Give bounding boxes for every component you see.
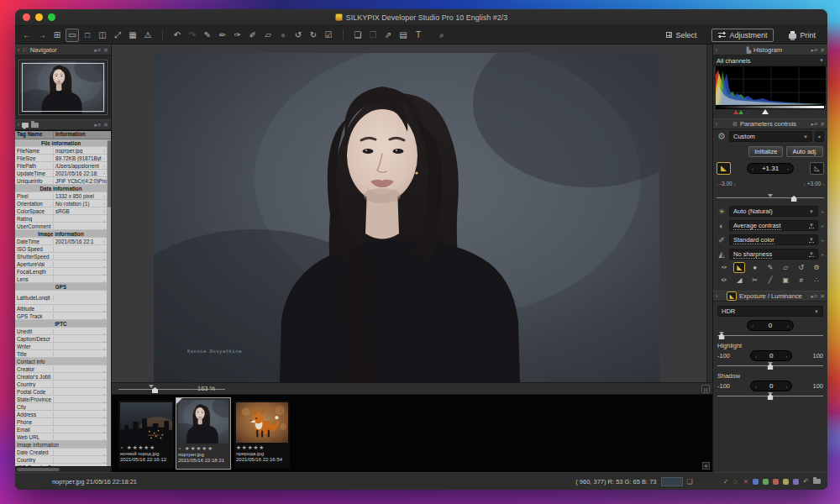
exif-row[interactable]: UpdateTime2021/05/16 22:18:	[15, 170, 107, 177]
pen-adjust-icon[interactable]: ✎	[764, 262, 776, 273]
text-tool-icon[interactable]: T	[412, 29, 425, 42]
decrease-icon[interactable]: ‹	[752, 166, 753, 171]
brush-tool-icon[interactable]: ✏	[718, 275, 730, 286]
exif-row[interactable]: Writer	[15, 343, 107, 350]
multi-preview-icon[interactable]: ▦	[126, 29, 139, 42]
filmstrip-item[interactable]: ★★★★★ природа.jpg 2021/05/16 22:16:54	[234, 401, 290, 468]
preset-dropdown[interactable]: Custom▼	[729, 131, 812, 142]
exif-row[interactable]: Country	[15, 456, 107, 464]
adjustment-mode-button[interactable]: Adjustment	[711, 29, 774, 42]
panel-dock-icon[interactable]: ▸≡	[811, 121, 818, 128]
exif-scrollbar[interactable]	[107, 139, 111, 466]
zoom-decrease-icon[interactable]: ‹	[192, 386, 194, 391]
hdr-value-stepper[interactable]: ‹ 0 ›	[747, 320, 794, 331]
rating-stars[interactable]: ∘ ★★★★★	[178, 445, 228, 452]
zoom-button[interactable]	[48, 13, 55, 21]
white-balance-dropdown[interactable]: Auto (Natural)▼	[729, 206, 818, 217]
main-photo[interactable]: Ksenia Devyatkina	[154, 53, 659, 382]
decrease-icon[interactable]: ‹	[755, 354, 757, 359]
exposure-auto-icon[interactable]: ◺	[810, 162, 824, 175]
decrease-icon[interactable]: ‹	[752, 323, 753, 328]
exposure-bias-icon[interactable]: ◣	[717, 162, 731, 175]
panel-close-icon[interactable]: ✕	[103, 122, 108, 129]
filmstrip-item-selected[interactable]: ∘ ★★★★★ портрет.jpg 2021/05/16 22:18:21	[176, 397, 231, 470]
minimize-button[interactable]	[35, 13, 43, 21]
sharpness-dropdown[interactable]: No sharpness▼	[729, 249, 818, 260]
thumbnail-portrait[interactable]	[178, 400, 228, 444]
exposure-max[interactable]: ‹+3.00›	[804, 181, 824, 186]
exif-row[interactable]: OrientationNo rotation (1)	[15, 200, 107, 207]
exif-row[interactable]: ISO Speed	[15, 245, 107, 253]
print-mode-button[interactable]: Print	[782, 29, 822, 42]
marker-white[interactable]	[762, 109, 769, 114]
panel-dock-icon[interactable]: ▸≡	[95, 47, 102, 54]
increase-icon[interactable]: ›	[785, 384, 787, 389]
decrease-icon[interactable]: ‹	[755, 384, 757, 389]
folder-icon[interactable]	[31, 123, 39, 128]
revert-icon[interactable]: ↶	[803, 478, 809, 486]
exif-row[interactable]: Caption/Descr	[15, 335, 107, 343]
exif-row[interactable]: Pixel1332 x 850 pixel	[15, 192, 107, 200]
reject-mark-icon[interactable]: ✕	[743, 478, 749, 486]
line-tool-icon[interactable]: ╱	[764, 275, 776, 286]
exif-row[interactable]: File information	[15, 139, 107, 147]
panel-dock-icon[interactable]: ▸≡	[811, 293, 818, 300]
exif-row[interactable]: Rating	[15, 215, 107, 223]
expand-icon[interactable]: ▸	[822, 223, 824, 228]
collapse-icon[interactable]: ›	[716, 47, 717, 53]
shadow-stepper[interactable]: ‹ 0 ›	[750, 381, 792, 391]
exif-row[interactable]: Image information	[15, 441, 107, 449]
settings-link-icon[interactable]: ⚙	[811, 262, 822, 273]
mark-yellow-icon[interactable]	[783, 479, 789, 485]
marker-green[interactable]	[738, 110, 743, 114]
close-button[interactable]	[23, 13, 30, 21]
flag-hand-icon[interactable]: ☞	[732, 478, 738, 486]
check-mark-icon[interactable]: ✓	[723, 478, 729, 486]
exif-row[interactable]: Date Created	[15, 449, 107, 456]
highlight-slider[interactable]	[717, 362, 823, 370]
exif-row[interactable]: Altitude	[15, 305, 107, 312]
exif-row[interactable]: FileSize89.72KB (91871Byt	[15, 155, 107, 162]
rotate-left-icon[interactable]: ↺	[291, 29, 305, 42]
exif-row[interactable]: ColorSpacesRGB	[15, 207, 107, 215]
initialize-button[interactable]: Initialize	[748, 146, 783, 157]
expand-icon[interactable]: ▸	[822, 251, 824, 257]
comment-icon[interactable]	[22, 123, 29, 128]
panel-close-icon[interactable]: ✕	[820, 293, 825, 300]
compare-view-icon[interactable]: ◫	[96, 29, 109, 42]
fit-to-window-icon[interactable]: ⊡	[701, 385, 710, 393]
exif-row[interactable]: Country	[15, 381, 107, 388]
navigator-preview[interactable]	[15, 55, 111, 119]
mark-green-icon[interactable]	[763, 479, 769, 485]
rotate-adjust-icon[interactable]: ↺	[795, 262, 807, 273]
export-image-icon[interactable]: ⇗	[381, 29, 395, 42]
exif-row[interactable]: State/Province	[15, 396, 107, 403]
rating-stars[interactable]: ∘ ★★★★★	[120, 444, 172, 451]
spotting-brush-icon[interactable]: ✑	[718, 262, 730, 273]
preset-gear-icon[interactable]: ⚙	[717, 131, 727, 142]
thumbnail-fox[interactable]	[236, 402, 288, 443]
panel-dock-icon[interactable]: ▸≡	[95, 122, 102, 129]
exif-row[interactable]: DateTime2021/05/16 22:1	[15, 238, 107, 245]
exif-row[interactable]: ApertureVal	[15, 260, 107, 268]
increase-icon[interactable]: ›	[787, 166, 789, 171]
white-balance-sphere-icon[interactable]: ●	[749, 262, 761, 273]
exif-row[interactable]: Contact info	[15, 358, 107, 365]
exif-row[interactable]: Title	[15, 350, 107, 358]
undo-icon[interactable]: ↶	[171, 29, 184, 42]
increase-icon[interactable]: ›	[787, 323, 789, 328]
exif-hscrollbar[interactable]	[15, 466, 111, 472]
exif-row[interactable]: FilePath/Users/appstorrent	[15, 162, 107, 170]
next-image-icon[interactable]: →	[35, 29, 49, 42]
mark-blue-icon[interactable]	[753, 479, 759, 485]
panel-close-icon[interactable]: ✕	[820, 121, 825, 128]
exif-row[interactable]: GPS	[15, 283, 107, 291]
exif-row[interactable]: Address	[15, 411, 107, 418]
highlight-stepper[interactable]: ‹ 0 ›	[750, 350, 792, 361]
exif-row[interactable]: UserComment	[15, 223, 107, 230]
expand-icon[interactable]: ▸	[822, 237, 824, 243]
trimming-scissors-icon[interactable]: ✂	[749, 275, 761, 286]
thumbnail-view-icon[interactable]: ⊞	[50, 29, 64, 42]
hdr-slider[interactable]	[717, 332, 823, 339]
zoom-increase-icon[interactable]: ›	[218, 386, 220, 391]
